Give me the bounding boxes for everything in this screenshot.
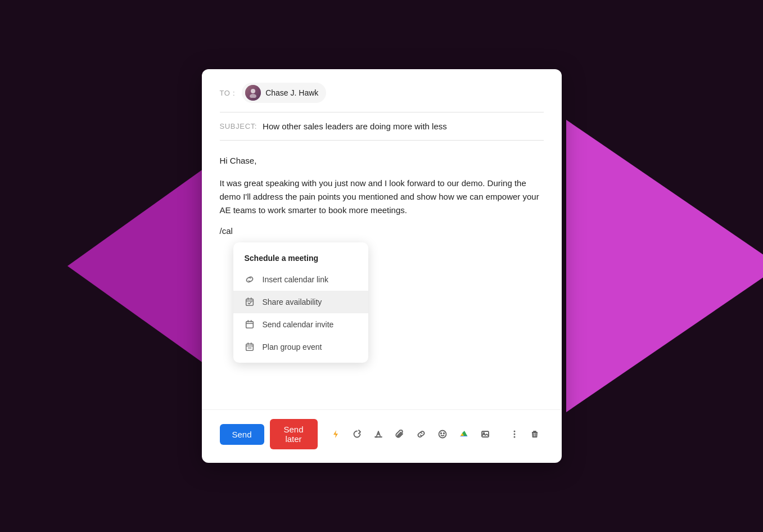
subject-label: SUBJECT: [220,121,258,130]
svg-point-1 [250,94,256,98]
schedule-item-send-invite[interactable]: Send calendar invite [233,313,368,336]
svg-marker-15 [333,430,338,438]
svg-rect-2 [246,299,253,306]
text-format-icon[interactable] [369,425,387,443]
schedule-item-label: Insert calendar link [263,275,329,284]
body-greeting: Hi Chase, [220,154,544,168]
email-card: TO : Chase J. Hawk SUBJECT: How other sa… [202,69,562,463]
schedule-item-label: Plan group event [263,342,322,351]
svg-point-19 [440,433,441,434]
group-event-icon [245,342,255,352]
svg-rect-6 [246,322,253,328]
schedule-item-plan-group[interactable]: Plan group event [233,336,368,358]
subject-text: How other sales leaders are doing more w… [263,121,447,131]
send-button[interactable]: Send [220,424,264,445]
email-footer: Send Send later [202,409,562,463]
avatar [245,85,261,101]
recipient-chip[interactable]: Chase J. Hawk [242,83,326,103]
schedule-dropdown-title: Schedule a meeting [233,247,368,268]
refresh-icon[interactable] [348,425,366,443]
schedule-item-label: Send calendar invite [263,320,334,329]
schedule-item-insert-link[interactable]: Insert calendar link [233,268,368,291]
body-paragraph: It was great speaking with you just now … [220,177,544,217]
cal-trigger: /cal [220,226,544,236]
subject-row: SUBJECT: How other sales leaders are doi… [220,112,544,141]
schedule-item-share-availability[interactable]: Share availability [233,291,368,313]
emoji-icon[interactable] [434,425,452,443]
attachment-icon[interactable] [391,425,409,443]
schedule-dropdown: Schedule a meeting Insert calendar link … [233,242,368,363]
svg-point-18 [439,431,446,438]
link-icon[interactable] [412,425,430,443]
bg-triangle-right [566,120,763,412]
to-row: TO : Chase J. Hawk [220,83,544,112]
schedule-item-label: Share availability [263,297,322,306]
avatar-image [245,85,261,101]
calendar-share-icon [245,297,255,307]
image-icon[interactable] [476,425,494,443]
flash-icon[interactable] [327,425,345,443]
svg-point-20 [443,433,444,434]
link-icon [245,274,255,285]
to-label: TO : [220,89,236,97]
svg-rect-10 [246,344,253,351]
calendar-invite-icon [245,319,255,330]
recipient-name: Chase J. Hawk [265,88,318,97]
toolbar-right [505,425,544,443]
drive-icon[interactable] [455,425,473,443]
svg-point-23 [513,431,515,432]
more-icon[interactable] [505,425,523,443]
toolbar-icons [327,425,494,443]
email-body: Hi Chase, It was great speaking with you… [202,141,562,409]
delete-icon[interactable] [526,425,544,443]
email-header: TO : Chase J. Hawk SUBJECT: How other sa… [202,69,562,141]
send-later-button[interactable]: Send later [270,419,318,449]
svg-point-25 [513,436,515,438]
svg-point-0 [251,89,255,93]
svg-point-24 [513,434,515,435]
